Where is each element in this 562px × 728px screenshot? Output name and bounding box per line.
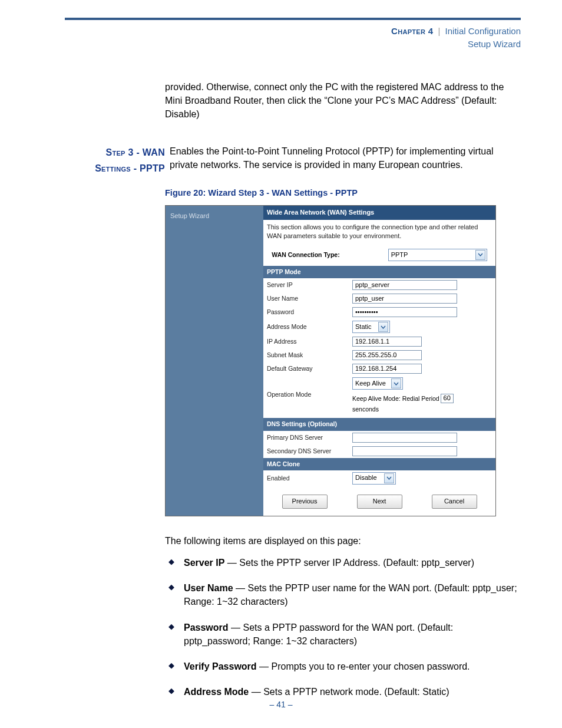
header-separator: | xyxy=(438,26,441,36)
figure-caption: Figure 20: Wizard Step 3 - WAN Settings … xyxy=(165,187,521,199)
section-margin-heading: Step 3 - WAN Settings - PPTP xyxy=(65,144,170,176)
chevron-down-icon xyxy=(384,473,394,483)
label-password: Password xyxy=(267,308,352,317)
input-server-ip[interactable]: pptp_server xyxy=(352,280,457,290)
previous-button[interactable]: Previous xyxy=(282,495,328,509)
select-mac-clone[interactable]: Disable xyxy=(352,472,396,485)
label-ip-address: IP Address xyxy=(267,337,352,346)
label-default-gateway: Default Gateway xyxy=(267,364,352,373)
input-default-gateway[interactable]: 192.168.1.254 xyxy=(352,364,422,374)
select-address-mode[interactable]: Static xyxy=(352,321,390,333)
label-primary-dns: Primary DNS Server xyxy=(267,433,352,442)
label-subnet-mask: Subnet Mask xyxy=(267,351,352,360)
input-redial-period[interactable]: 60 xyxy=(441,394,454,403)
wizard-button-row: Previous Next Cancel xyxy=(263,486,495,516)
items-list: Server IP — Sets the PPTP server IP Addr… xyxy=(165,556,521,699)
list-item: Password — Sets a PPTP password for the … xyxy=(165,621,521,648)
band-pptp-mode: PPTP Mode xyxy=(263,266,495,278)
page-header: Chapter 4 | Initial Configuration Setup … xyxy=(65,25,521,51)
items-intro: The following items are displayed on thi… xyxy=(165,534,521,548)
band-mac-clone: MAC Clone xyxy=(263,458,495,470)
chapter-label: Chapter 4 xyxy=(391,26,433,36)
input-password[interactable]: •••••••••• xyxy=(352,307,457,317)
next-button[interactable]: Next xyxy=(357,495,402,509)
list-item: Verify Password — Prompts you to re-ente… xyxy=(165,660,521,673)
shot-main: Wide Area Network (WAN) Settings This se… xyxy=(263,206,495,515)
select-operation-mode[interactable]: Keep Alive xyxy=(352,377,403,390)
router-screenshot: Setup Wizard Wide Area Network (WAN) Set… xyxy=(165,205,496,516)
label-address-mode: Address Mode xyxy=(267,322,352,331)
cancel-button[interactable]: Cancel xyxy=(432,495,477,509)
band-dns-settings: DNS Settings (Optional) xyxy=(263,418,495,430)
wan-settings-header: Wide Area Network (WAN) Settings xyxy=(263,206,495,220)
chapter-title: Initial Configuration xyxy=(445,26,521,36)
margin-heading-line1: Step 3 - WAN xyxy=(65,144,165,160)
input-subnet-mask[interactable]: 255.255.255.0 xyxy=(352,350,422,360)
wan-settings-desc: This section allows you to configure the… xyxy=(263,220,495,248)
label-user-name: User Name xyxy=(267,294,352,303)
intro-continuation: provided. Otherwise, connect only the PC… xyxy=(165,80,521,121)
margin-heading-line2: Settings - PPTP xyxy=(65,160,165,176)
input-primary-dns[interactable] xyxy=(352,433,457,443)
list-item: Server IP — Sets the PPTP server IP Addr… xyxy=(165,556,521,569)
label-operation-mode: Operation Mode xyxy=(267,377,352,399)
label-server-ip: Server IP xyxy=(267,281,352,289)
keep-alive-line-tail: senconds xyxy=(352,405,454,414)
sidebar-item-setup-wizard[interactable]: Setup Wizard xyxy=(170,212,259,221)
input-user-name[interactable]: pptp_user xyxy=(352,294,457,304)
input-ip-address[interactable]: 192.168.1.1 xyxy=(352,337,422,347)
chapter-subtitle: Setup Wizard xyxy=(65,38,521,51)
list-item: Address Mode — Sets a PPTP network mode.… xyxy=(165,685,521,699)
keep-alive-line: Keep Alive Mode: Redial Period 60 xyxy=(352,394,454,403)
label-secondary-dns: Secondary DNS Server xyxy=(267,447,352,456)
chevron-down-icon xyxy=(391,378,401,388)
input-secondary-dns[interactable] xyxy=(352,446,457,456)
label-mac-clone-enabled: Enabled xyxy=(267,474,352,483)
section-text: Enables the Point-to-Point Tunneling Pro… xyxy=(170,144,521,172)
wan-conn-type-label: WAN Connection Type: xyxy=(272,251,339,259)
wan-conn-type-select[interactable]: PPTP xyxy=(388,249,487,261)
header-rule xyxy=(65,18,521,20)
chevron-down-icon xyxy=(378,322,388,332)
wan-conn-type-value: PPTP xyxy=(391,251,408,260)
chevron-down-icon xyxy=(475,250,485,260)
shot-sidebar: Setup Wizard xyxy=(166,206,263,515)
page-number: – 41 – xyxy=(0,699,562,710)
list-item: User Name — Sets the PPTP user name for … xyxy=(165,581,521,608)
